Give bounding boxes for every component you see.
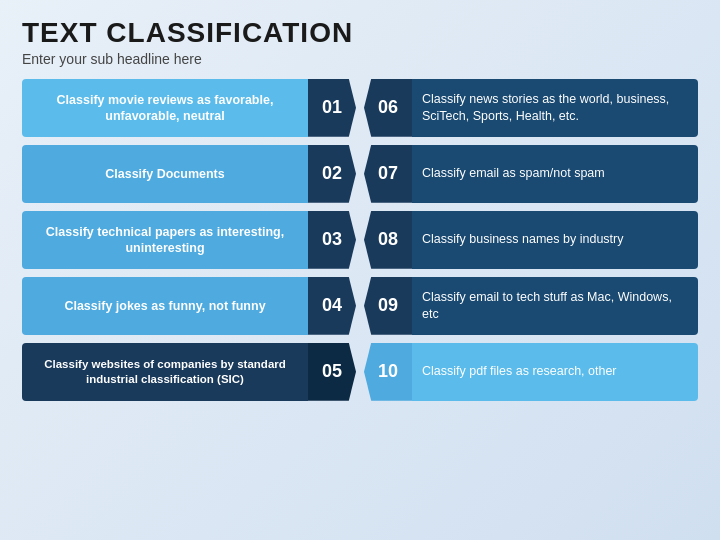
item-right-1-text: Classify news stories as the world, busi… [412,79,698,137]
item-left-2: Classify Documents 02 [22,145,356,203]
item-left-1-text: Classify movie reviews as favorable, unf… [22,79,308,137]
item-left-3: Classify technical papers as interesting… [22,211,356,269]
item-left-1: Classify movie reviews as favorable, unf… [22,79,356,137]
item-right-4: 09 Classify email to tech stuff as Mac, … [364,277,698,335]
item-right-4-badge: 09 [364,277,412,335]
item-right-3: 08 Classify business names by industry [364,211,698,269]
item-right-1-badge: 06 [364,79,412,137]
item-left-2-text: Classify Documents [22,145,308,203]
item-left-2-badge: 02 [308,145,356,203]
item-left-1-badge: 01 [308,79,356,137]
item-left-3-text: Classify technical papers as interesting… [22,211,308,269]
item-right-2-text: Classify email as spam/not spam [412,145,698,203]
item-right-2-badge: 07 [364,145,412,203]
content-grid: Classify movie reviews as favorable, unf… [22,79,698,401]
item-left-5-badge: 05 [308,343,356,401]
item-right-5-text: Classify pdf files as research, other [412,343,698,401]
item-left-4-badge: 04 [308,277,356,335]
item-right-3-text: Classify business names by industry [412,211,698,269]
item-left-5: Classify websites of companies by standa… [22,343,356,401]
item-left-5-text: Classify websites of companies by standa… [22,343,308,401]
item-right-2: 07 Classify email as spam/not spam [364,145,698,203]
item-left-4-text: Classify jokes as funny, not funny [22,277,308,335]
item-right-1: 06 Classify news stories as the world, b… [364,79,698,137]
page: TEXT CLASSIFICATION Enter your sub headl… [0,0,720,540]
item-left-3-badge: 03 [308,211,356,269]
item-right-5-badge: 10 [364,343,412,401]
item-right-4-text: Classify email to tech stuff as Mac, Win… [412,277,698,335]
main-title: TEXT CLASSIFICATION [22,18,698,49]
item-left-4: Classify jokes as funny, not funny 04 [22,277,356,335]
item-right-5: 10 Classify pdf files as research, other [364,343,698,401]
item-right-3-badge: 08 [364,211,412,269]
sub-headline: Enter your sub headline here [22,51,698,67]
